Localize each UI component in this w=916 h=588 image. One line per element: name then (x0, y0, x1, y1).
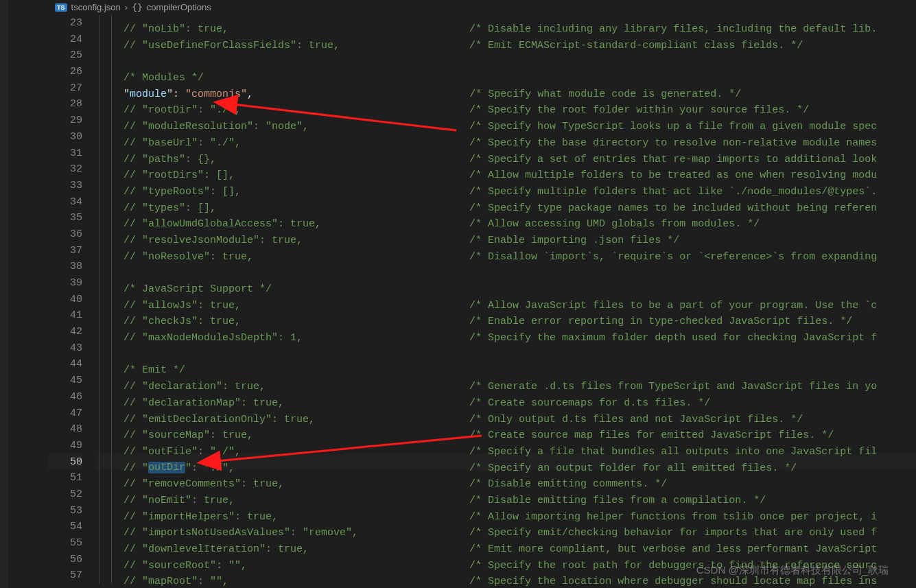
line-number[interactable]: 32 (48, 161, 82, 178)
code-line[interactable]: // "baseUrl": "./", /* Specify the base … (96, 129, 916, 145)
code-line[interactable]: // "downlevelIteration": true, /* Emit m… (96, 535, 916, 552)
breadcrumb[interactable]: TS tsconfig.json › {} compilerOptions (55, 2, 211, 12)
line-number[interactable]: 45 (48, 373, 82, 389)
line-number[interactable]: 23 (48, 15, 82, 32)
line-number[interactable]: 38 (48, 259, 82, 275)
line-number[interactable]: 27 (48, 80, 82, 97)
line-number[interactable]: 52 (48, 486, 82, 503)
code-line[interactable]: // "useDefineForClassFields": true, /* E… (96, 32, 916, 48)
line-number[interactable]: 53 (48, 503, 82, 519)
code-line[interactable]: // "importsNotUsedAsValues": "remove", /… (96, 519, 916, 535)
line-number[interactable]: 51 (48, 470, 82, 486)
line-number[interactable]: 37 (48, 243, 82, 259)
code-line[interactable]: "module": "commonjs", /* Specify what mo… (96, 80, 916, 97)
line-number[interactable]: 47 (48, 405, 82, 422)
code-content[interactable]: // "noLib": true, /* Disable including a… (96, 15, 916, 588)
line-number[interactable]: 54 (48, 519, 82, 535)
line-number[interactable]: 43 (48, 340, 82, 357)
code-line[interactable]: // "importHelpers": true, /* Allow impor… (96, 503, 916, 519)
braces-icon: {} (132, 2, 143, 12)
code-line[interactable]: // "moduleResolution": "node", /* Specif… (96, 113, 916, 129)
code-line[interactable]: /* Modules */ (96, 64, 916, 80)
line-number[interactable]: 31 (48, 145, 82, 162)
code-line[interactable]: // "emitDeclarationOnly": true, /* Only … (96, 405, 916, 422)
line-number[interactable]: 40 (48, 292, 82, 308)
line-number[interactable]: 34 (48, 194, 82, 211)
code-line[interactable] (96, 47, 916, 64)
code-line[interactable]: // "checkJs": true, /* Enable error repo… (96, 307, 916, 324)
code-line[interactable]: // "declarationMap": true, /* Create sou… (96, 389, 916, 405)
line-number[interactable]: 48 (48, 421, 82, 438)
line-number[interactable]: 33 (48, 178, 82, 194)
code-line[interactable]: // "allowJs": true, /* Allow JavaScript … (96, 292, 916, 308)
activity-bar[interactable] (0, 0, 8, 588)
line-number[interactable]: 46 (48, 389, 82, 405)
code-line[interactable]: // "noEmit": true, /* Disable emitting f… (96, 486, 916, 503)
code-editor[interactable]: 2324252627282930313233343536373839404142… (48, 15, 916, 588)
code-line[interactable]: // "rootDir": "./", /* Specify the root … (96, 96, 916, 113)
line-number[interactable]: 24 (48, 32, 82, 48)
code-line[interactable]: // "sourceMap": true, /* Create source m… (96, 421, 916, 438)
ts-file-icon: TS (55, 3, 67, 12)
line-number[interactable]: 50 (48, 454, 82, 471)
code-line[interactable]: // "outFile": "./", /* Specify a file th… (96, 438, 916, 454)
code-line[interactable]: /* JavaScript Support */ (96, 275, 916, 292)
code-line[interactable]: // "resolveJsonModule": true, /* Enable … (96, 226, 916, 243)
line-number[interactable]: 36 (48, 226, 82, 243)
line-number[interactable]: 44 (48, 356, 82, 373)
code-line[interactable]: // "paths": {}, /* Specify a set of entr… (96, 145, 916, 162)
line-number[interactable]: 30 (48, 129, 82, 145)
code-line[interactable]: // "typeRoots": [], /* Specify multiple … (96, 178, 916, 194)
code-line[interactable]: // "maxNodeModuleJsDepth": 1, /* Specify… (96, 324, 916, 340)
line-number[interactable]: 55 (48, 535, 82, 552)
line-number[interactable]: 49 (48, 438, 82, 454)
line-number[interactable]: 41 (48, 307, 82, 324)
code-line[interactable]: // "sourceRoot": "", /* Specify the root… (96, 552, 916, 568)
code-line[interactable]: // "outDir": "./", /* Specify an output … (96, 454, 916, 471)
line-number-gutter[interactable]: 2324252627282930313233343536373839404142… (48, 15, 96, 588)
code-line[interactable]: // "removeComments": true, /* Disable em… (96, 470, 916, 486)
code-line[interactable]: // "rootDirs": [], /* Allow multiple fol… (96, 161, 916, 178)
line-number[interactable]: 39 (48, 275, 82, 292)
code-line[interactable]: // "mapRoot": "", /* Specify the locatio… (96, 567, 916, 584)
code-line[interactable]: // "allowUmdGlobalAccess": true, /* Allo… (96, 210, 916, 226)
sidebar[interactable] (8, 0, 48, 588)
line-number[interactable]: 35 (48, 210, 82, 226)
line-number[interactable]: 57 (48, 567, 82, 584)
line-number[interactable]: 28 (48, 96, 82, 113)
code-line[interactable]: /* Emit */ (96, 356, 916, 373)
code-line[interactable]: // "declaration": true, /* Generate .d.t… (96, 373, 916, 389)
line-number[interactable]: 29 (48, 113, 82, 129)
line-number[interactable]: 26 (48, 64, 82, 80)
code-line[interactable]: // "noResolve": true, /* Disallow `impor… (96, 243, 916, 259)
breadcrumb-file[interactable]: tsconfig.json (71, 2, 121, 12)
code-line[interactable] (96, 340, 916, 357)
line-number[interactable]: 56 (48, 552, 82, 568)
breadcrumb-symbol[interactable]: compilerOptions (147, 2, 211, 12)
chevron-right-icon: › (125, 2, 128, 12)
code-line[interactable] (96, 259, 916, 275)
code-line[interactable]: // "types": [], /* Specify type package … (96, 194, 916, 211)
code-line[interactable]: // "noLib": true, /* Disable including a… (96, 15, 916, 32)
line-number[interactable]: 25 (48, 47, 82, 64)
line-number[interactable]: 42 (48, 324, 82, 340)
